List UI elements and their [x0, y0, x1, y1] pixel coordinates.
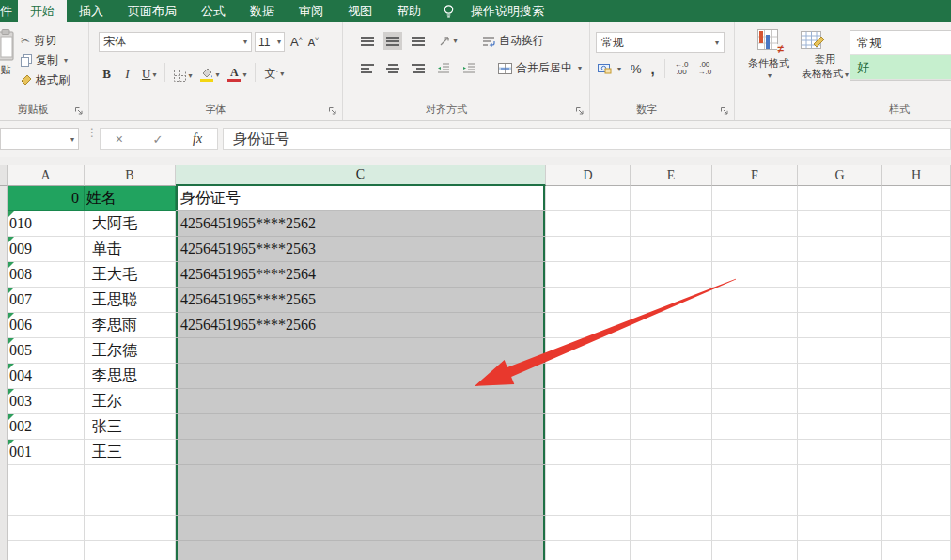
cell-empty[interactable]: [712, 186, 798, 211]
cell-empty[interactable]: [546, 414, 631, 440]
cell-empty[interactable]: [882, 262, 951, 288]
cell-empty[interactable]: [882, 490, 951, 516]
accounting-format-button[interactable]: ▾: [598, 60, 621, 77]
cell-empty[interactable]: [631, 262, 712, 288]
cell-empty[interactable]: [798, 440, 882, 465]
cell-empty[interactable]: [85, 516, 176, 541]
cell-empty[interactable]: [546, 465, 631, 490]
dialog-launcher-icon[interactable]: [328, 106, 337, 116]
cell-empty[interactable]: [85, 490, 176, 516]
row-header-strip[interactable]: [0, 186, 8, 560]
cell-empty[interactable]: [712, 313, 798, 338]
tab-file[interactable]: 件: [0, 0, 18, 22]
increase-font-size-button[interactable]: A˄: [290, 35, 303, 49]
tab-page-layout[interactable]: 页面布局: [116, 0, 189, 22]
column-header-h[interactable]: H: [882, 165, 951, 186]
column-header-d[interactable]: D: [546, 165, 631, 186]
cell-a11[interactable]: 001: [8, 440, 85, 465]
cell-empty[interactable]: [882, 237, 951, 262]
cell-empty[interactable]: [882, 414, 951, 440]
column-header-b[interactable]: B: [85, 165, 176, 186]
cell-b5[interactable]: 王思聪: [85, 288, 176, 313]
cell-empty[interactable]: [712, 541, 798, 560]
cell-empty[interactable]: [8, 541, 85, 560]
cell-a3[interactable]: 009: [8, 237, 85, 262]
phonetic-guide-button[interactable]: 文ˊ ▾: [264, 66, 284, 82]
cell-empty[interactable]: [712, 414, 798, 440]
cell-b11[interactable]: 王三: [85, 440, 176, 465]
cell-empty[interactable]: [631, 465, 712, 490]
cell-empty[interactable]: [712, 211, 798, 237]
cell-empty[interactable]: [712, 237, 798, 262]
cell-empty[interactable]: [798, 211, 882, 237]
cell-empty[interactable]: [882, 440, 951, 465]
cell-empty[interactable]: [712, 262, 798, 288]
align-top-button[interactable]: [358, 32, 377, 50]
comma-style-button[interactable]: ,: [651, 61, 655, 77]
format-as-table-button[interactable]: 套用 表格格式▾: [801, 29, 850, 81]
cell-c10[interactable]: [176, 414, 546, 440]
tab-home[interactable]: 开始: [18, 0, 67, 22]
cell-a9[interactable]: 003: [8, 389, 85, 414]
column-header-a[interactable]: A: [8, 165, 85, 186]
column-header-f[interactable]: F: [712, 165, 798, 186]
cell-empty[interactable]: [631, 440, 712, 465]
name-box[interactable]: ▾: [0, 128, 79, 150]
cell-empty[interactable]: [631, 288, 712, 313]
cell-empty[interactable]: [798, 414, 882, 440]
column-header-e[interactable]: E: [631, 165, 712, 186]
tab-data[interactable]: 数据: [238, 0, 287, 22]
paste-button[interactable]: 贴: [0, 29, 17, 89]
cell-c3[interactable]: 4256451965****2563: [176, 237, 546, 262]
dialog-launcher-icon[interactable]: [74, 106, 84, 116]
cell-empty[interactable]: [631, 338, 712, 364]
cell-empty[interactable]: [8, 516, 85, 541]
cell-empty[interactable]: [546, 237, 631, 262]
cell-empty[interactable]: [712, 465, 798, 490]
formula-bar-drag-handle[interactable]: ⋮: [86, 130, 98, 136]
cell-c2[interactable]: 4256451965****2562: [176, 211, 546, 237]
cell-empty[interactable]: [85, 465, 176, 490]
cell-b4[interactable]: 王大毛: [85, 262, 176, 288]
cell-empty[interactable]: [882, 288, 951, 313]
cell-b7[interactable]: 王尔德: [85, 338, 176, 364]
cell-style-normal[interactable]: 常规: [850, 31, 951, 55]
cell-empty[interactable]: [546, 186, 631, 211]
cell-a7[interactable]: 005: [8, 338, 85, 364]
cell-empty[interactable]: [882, 541, 951, 560]
cell-empty[interactable]: [882, 364, 951, 389]
percent-style-button[interactable]: %: [631, 62, 642, 76]
cell-empty[interactable]: [882, 516, 951, 541]
cell-empty[interactable]: [882, 186, 951, 211]
cell-a6[interactable]: 006: [8, 313, 85, 338]
cell-empty[interactable]: [631, 313, 712, 338]
cell-empty[interactable]: [882, 389, 951, 414]
conditional-formatting-button[interactable]: ≠ 条件格式 ▾: [742, 29, 795, 80]
cell-empty[interactable]: [546, 490, 631, 516]
cell-empty[interactable]: [631, 490, 712, 516]
cell-b2[interactable]: 大阿毛: [85, 211, 176, 237]
cell-style-good[interactable]: 好: [850, 55, 951, 80]
decrease-indent-button[interactable]: [434, 59, 453, 77]
cell-empty[interactable]: [882, 313, 951, 338]
dialog-launcher-icon[interactable]: [575, 106, 585, 116]
cell-empty[interactable]: [631, 516, 712, 541]
cell-c8[interactable]: [176, 364, 546, 389]
cell-empty[interactable]: [546, 313, 631, 338]
cell-b1[interactable]: 姓名: [85, 186, 176, 211]
cell-empty[interactable]: [882, 211, 951, 237]
cell-empty[interactable]: [798, 262, 882, 288]
select-all-corner[interactable]: [0, 165, 8, 186]
cell-empty[interactable]: [631, 364, 712, 389]
cell-empty[interactable]: [176, 490, 546, 516]
cell-b8[interactable]: 李思思: [85, 364, 176, 389]
increase-decimal-button[interactable]: ←.0 .00: [675, 61, 689, 76]
cell-empty[interactable]: [546, 440, 631, 465]
cell-b10[interactable]: 张三: [85, 414, 176, 440]
cell-empty[interactable]: [631, 541, 712, 560]
cell-a10[interactable]: 002: [8, 414, 85, 440]
cell-a5[interactable]: 007: [8, 288, 85, 313]
cell-empty[interactable]: [798, 288, 882, 313]
cancel-icon[interactable]: ×: [116, 132, 123, 147]
cell-c1-active[interactable]: 身份证号: [176, 186, 546, 211]
